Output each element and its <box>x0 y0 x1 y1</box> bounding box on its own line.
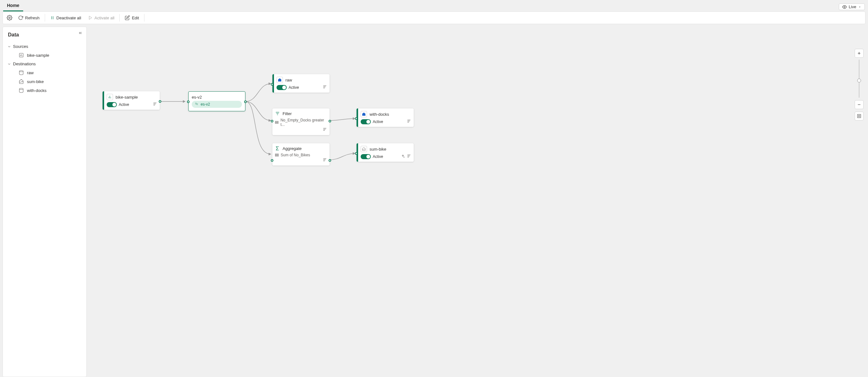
input-port[interactable] <box>271 83 273 85</box>
node-with-docks[interactable]: with-docks Active <box>356 108 414 127</box>
deactivate-all-button[interactable]: Deactivate all <box>47 14 85 22</box>
data-sidebar: Data Sources bike-sample Destinations ra… <box>3 27 87 377</box>
destination-raw[interactable]: raw <box>3 68 86 77</box>
eye-icon <box>842 5 847 9</box>
output-port[interactable] <box>329 120 331 123</box>
sources-group[interactable]: Sources <box>3 42 86 51</box>
sidebar-title: Data <box>3 30 86 42</box>
zoom-slider-thumb[interactable] <box>857 79 861 82</box>
input-port[interactable] <box>271 120 273 123</box>
pause-icon <box>50 15 55 20</box>
svg-rect-30 <box>275 155 278 156</box>
tab-home[interactable]: Home <box>3 1 23 11</box>
refresh-button[interactable]: Refresh <box>15 13 43 22</box>
active-toggle[interactable] <box>107 102 117 107</box>
active-toggle[interactable] <box>361 154 371 159</box>
input-port[interactable] <box>271 159 273 162</box>
node-raw[interactable]: raw Active <box>272 74 330 93</box>
svg-rect-29 <box>275 154 278 155</box>
source-bike-sample[interactable]: bike-sample <box>3 51 86 60</box>
node-detail: Sum of No_Bikes <box>281 153 310 157</box>
settings-button[interactable] <box>5 13 14 23</box>
lakehouse-icon <box>361 146 367 152</box>
destination-sum-bike[interactable]: sum-bike <box>3 77 86 86</box>
svg-rect-24 <box>275 122 278 123</box>
eventstream-chip: es-v2 <box>192 101 242 108</box>
input-port[interactable] <box>355 152 358 155</box>
schema-icon <box>275 121 278 124</box>
svg-rect-31 <box>275 156 278 156</box>
live-label: Live <box>849 4 856 9</box>
chevron-down-icon <box>858 5 861 8</box>
chevron-down-icon <box>7 62 11 66</box>
node-title: es-v2 <box>192 95 242 100</box>
node-title: bike-sample <box>116 95 138 100</box>
database-icon <box>19 70 24 75</box>
input-port[interactable] <box>187 101 189 103</box>
status-label: Active <box>288 85 299 90</box>
lakehouse-icon <box>19 79 24 84</box>
edit-button[interactable]: Edit <box>122 13 142 22</box>
destination-with-docks[interactable]: with-docks <box>3 86 86 95</box>
chevron-double-left-icon <box>78 31 83 35</box>
eventhouse-icon <box>277 77 283 83</box>
separator <box>45 14 45 22</box>
status-label: Active <box>119 102 129 107</box>
sparkle-icon <box>401 155 405 159</box>
eventhouse-icon <box>361 111 367 117</box>
node-title: with-docks <box>370 112 389 117</box>
play-icon <box>88 15 93 20</box>
separator <box>119 14 120 22</box>
fit-icon <box>857 114 861 118</box>
svg-rect-45 <box>859 115 860 117</box>
collapse-sidebar-button[interactable] <box>78 31 83 36</box>
active-toggle[interactable] <box>361 119 371 124</box>
svg-point-1 <box>9 17 10 19</box>
diagram-canvas[interactable]: bike-sample Active es-v2 <box>87 27 868 377</box>
chevron-down-icon <box>7 45 11 48</box>
barchart-icon <box>107 94 113 100</box>
node-bike-sample[interactable]: bike-sample Active <box>102 91 160 110</box>
svg-rect-23 <box>275 121 278 122</box>
node-menu-icon[interactable] <box>322 127 327 133</box>
node-aggregate[interactable]: Aggregate Sum of No_Bikes <box>272 143 330 166</box>
node-menu-icon[interactable] <box>407 119 411 124</box>
fit-view-button[interactable] <box>855 112 864 121</box>
svg-point-0 <box>844 6 845 8</box>
input-port[interactable] <box>355 117 358 120</box>
zoom-in-button[interactable] <box>855 49 864 58</box>
output-port[interactable] <box>159 100 161 103</box>
schema-icon <box>275 153 279 157</box>
gear-icon <box>7 15 12 21</box>
svg-rect-25 <box>275 123 278 124</box>
status-label: Active <box>373 119 383 124</box>
node-menu-icon[interactable] <box>322 158 327 163</box>
sigma-icon <box>275 146 280 151</box>
status-label: Active <box>373 155 383 159</box>
node-title: Filter <box>283 111 292 116</box>
node-menu-icon[interactable] <box>407 154 411 159</box>
output-port[interactable] <box>244 101 247 103</box>
svg-rect-44 <box>858 114 861 118</box>
node-sum-bike[interactable]: sum-bike Active <box>356 143 414 162</box>
active-toggle[interactable] <box>277 85 287 90</box>
stream-icon <box>195 102 199 106</box>
filter-icon <box>275 111 280 116</box>
node-menu-icon[interactable] <box>322 85 327 90</box>
zoom-out-button[interactable] <box>855 100 864 109</box>
live-dropdown[interactable]: Live <box>839 3 865 10</box>
node-es-v2[interactable]: es-v2 es-v2 <box>188 91 245 111</box>
node-filter[interactable]: Filter No_Empty_Docks greater t... <box>272 108 330 135</box>
svg-marker-4 <box>89 16 91 20</box>
separator <box>144 14 145 22</box>
database-icon <box>19 88 24 93</box>
svg-point-9 <box>19 70 23 72</box>
destinations-group[interactable]: Destinations <box>3 60 86 68</box>
node-detail: No_Empty_Docks greater t... <box>280 118 327 127</box>
zoom-slider[interactable] <box>859 60 860 98</box>
node-menu-icon[interactable] <box>153 102 157 107</box>
output-port[interactable] <box>329 159 331 162</box>
barchart-icon <box>19 53 24 58</box>
refresh-icon <box>18 15 23 20</box>
activate-all-button: Activate all <box>85 14 118 22</box>
